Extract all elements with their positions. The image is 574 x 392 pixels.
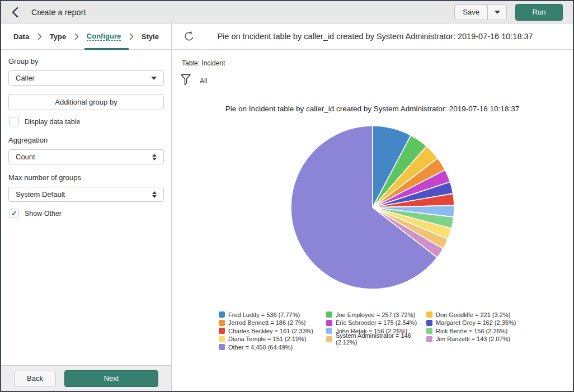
report-title: Pie on Incident table by caller_id creat…: [195, 32, 562, 41]
top-bar: Create a report Save Run: [1, 1, 573, 23]
body: Data Type Configure Style Group by Cal: [1, 23, 573, 391]
pie-chart: [290, 125, 455, 290]
wizard-steps: Data Type Configure Style: [1, 23, 171, 50]
legend-swatch: [219, 328, 225, 334]
legend-label: Jim Ranzetti = 143 (2.07%): [436, 336, 510, 342]
next-button[interactable]: Next: [64, 370, 158, 387]
group-by-select[interactable]: Caller: [8, 70, 164, 86]
show-other-row: ✓ Show Other: [8, 209, 164, 218]
run-button[interactable]: Run: [515, 4, 563, 21]
legend-item[interactable]: Other = 4,450 (64.49%): [219, 343, 326, 351]
step-configure[interactable]: Configure: [87, 32, 121, 41]
legend-swatch: [426, 328, 432, 334]
legend-label: Other = 4,450 (64.49%): [228, 344, 293, 351]
chevron-down-icon: [151, 77, 157, 80]
group-by-label: Group by: [8, 57, 164, 65]
config-sidebar: Data Type Configure Style Group by Cal: [1, 23, 172, 391]
legend-item[interactable]: Joe Employee = 257 (3.72%): [326, 311, 426, 319]
legend-swatch: [326, 311, 332, 318]
legend-label: System Administrator = 146 (2.12%): [336, 332, 426, 346]
legend-item[interactable]: Jerrod Bennett = 186 (2.7%): [219, 319, 326, 327]
create-report-window: Create a report Save Run Data Type: [0, 0, 574, 392]
additional-group-by-button[interactable]: Additional group by: [8, 94, 164, 110]
back-button[interactable]: Back: [14, 371, 56, 386]
show-other-label: Show Other: [25, 210, 62, 218]
save-menu-button[interactable]: [488, 5, 506, 20]
legend-swatch: [326, 320, 332, 326]
topbar-actions: Save Run: [454, 4, 563, 21]
chart-title: Pie on Incident table by caller_id creat…: [172, 105, 573, 113]
aggregation-label: Aggregation: [8, 136, 164, 144]
group-by-value: Caller: [16, 74, 35, 82]
max-groups-label: Max number of groups: [8, 173, 164, 182]
legend-item[interactable]: Margaret Grey = 162 (2.35%): [426, 319, 526, 327]
show-other-checkbox[interactable]: ✓: [10, 209, 19, 218]
display-data-table-label: Display data table: [25, 118, 80, 126]
check-icon: ✓: [11, 210, 17, 217]
save-split-button: Save: [454, 4, 507, 20]
legend-swatch: [426, 320, 432, 326]
filter-condition[interactable]: All: [181, 74, 207, 88]
legend-swatch: [219, 336, 225, 342]
chevron-down-icon: [495, 11, 500, 14]
legend-label: Margaret Grey = 162 (2.35%): [436, 319, 516, 326]
select-stepper-icon: [152, 154, 157, 160]
legend-item[interactable]: Don Goodliffe = 221 (3.2%): [426, 311, 526, 319]
chevron-right-icon: [37, 33, 42, 40]
configure-controls: Group by Caller Additional group by Disp…: [1, 50, 171, 365]
legend-label: Eric Schroeder = 175 (2.54%): [336, 319, 417, 326]
table-label: Table: Incident: [182, 59, 573, 67]
legend-swatch: [326, 328, 332, 334]
max-groups-select[interactable]: System Default: [8, 187, 164, 202]
legend-item[interactable]: System Administrator = 146 (2.12%): [326, 336, 426, 343]
legend-swatch: [326, 336, 332, 342]
legend-item[interactable]: Charles Beckley = 161 (2.33%): [219, 327, 326, 335]
legend-swatch: [426, 336, 432, 342]
legend-label: Jerrod Bennett = 186 (2.7%): [228, 319, 306, 326]
legend-item[interactable]: Jim Ranzetti = 143 (2.07%): [426, 336, 526, 343]
legend-label: Don Goodliffe = 221 (3.2%): [436, 311, 510, 318]
legend-swatch: [219, 320, 225, 326]
legend-label: Charles Beckley = 161 (2.33%): [228, 328, 313, 334]
back-chevron-icon[interactable]: [11, 5, 26, 20]
report-header: Pie on Incident table by caller_id creat…: [172, 23, 573, 50]
save-button[interactable]: Save: [455, 5, 488, 20]
legend-item[interactable]: Fred Luddy = 536 (7.77%): [219, 311, 326, 319]
aggregation-value: Count: [16, 153, 35, 161]
chevron-right-icon: [129, 33, 134, 40]
chart-legend: Fred Luddy = 536 (7.77%)Joe Employee = 2…: [219, 311, 526, 351]
chevron-right-icon: [74, 33, 79, 40]
legend-item[interactable]: Rick Berzle = 156 (2.26%): [426, 327, 526, 335]
pie-chart-area: [172, 125, 573, 290]
page-title: Create a report: [31, 8, 86, 17]
filter-funnel-icon: [181, 74, 191, 88]
legend-item[interactable]: Eric Schroeder = 175 (2.54%): [326, 319, 426, 327]
active-step-indicator: [84, 48, 129, 50]
legend-label: Joe Employee = 257 (3.72%): [336, 311, 415, 318]
legend-item[interactable]: Diana Temple = 151 (2.19%): [219, 336, 326, 343]
aggregation-select[interactable]: Count: [8, 149, 164, 164]
display-data-table-checkbox[interactable]: [10, 117, 19, 126]
legend-swatch: [219, 344, 225, 350]
legend-label: Rick Berzle = 156 (2.26%): [436, 328, 507, 334]
legend-swatch: [219, 311, 225, 318]
step-style[interactable]: Style: [142, 32, 159, 41]
sidebar-footer: Back Next: [1, 365, 171, 391]
step-type[interactable]: Type: [50, 32, 66, 41]
step-data[interactable]: Data: [13, 32, 29, 41]
select-stepper-icon: [152, 191, 157, 198]
legend-swatch: [426, 311, 432, 318]
refresh-icon[interactable]: [183, 30, 195, 42]
display-data-table-row: Display data table: [8, 117, 164, 126]
filter-label: All: [200, 77, 207, 85]
legend-label: Fred Luddy = 536 (7.77%): [228, 311, 300, 318]
max-groups-value: System Default: [16, 190, 65, 199]
legend-label: Diana Temple = 151 (2.19%): [228, 336, 307, 342]
report-preview-panel: Pie on Incident table by caller_id creat…: [172, 23, 573, 391]
